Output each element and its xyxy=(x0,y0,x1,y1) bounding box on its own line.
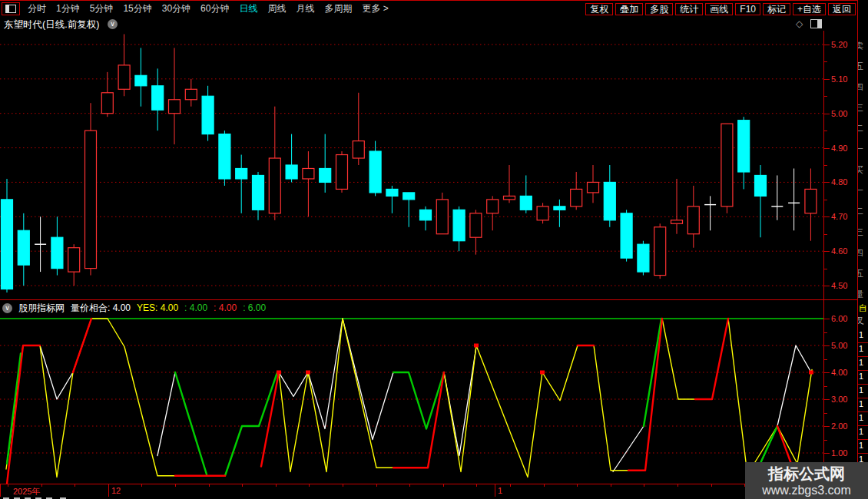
quote-strip-cell[interactable]: 1 xyxy=(858,342,868,357)
axis-tick xyxy=(824,234,827,235)
quote-strip-char: 买 xyxy=(857,164,863,176)
toolbar-buttons: 复权叠加多股统计画线F10标记+自选返回 xyxy=(585,3,856,15)
quote-strip-char: 一 xyxy=(857,144,863,155)
date-tick xyxy=(544,484,545,487)
period-tab-分时[interactable]: 分时 xyxy=(28,2,46,16)
period-tab-15分钟[interactable]: 15分钟 xyxy=(123,2,151,16)
toolbar-button-叠加[interactable]: 叠加 xyxy=(615,3,643,15)
axis-tick xyxy=(824,216,830,217)
quote-strip-cell[interactable]: 1 xyxy=(858,384,868,398)
layout-split-icon[interactable] xyxy=(2,2,20,15)
quote-strip-cell[interactable]: 1 xyxy=(858,370,868,385)
axis-tick xyxy=(824,359,827,360)
period-tab-月线[interactable]: 月线 xyxy=(296,2,314,16)
axis-tick xyxy=(824,61,827,62)
period-tab-多周期[interactable]: 多周期 xyxy=(324,2,352,16)
quote-strip-cell[interactable]: 1 xyxy=(858,439,868,454)
period-tab-日线[interactable]: 日线 xyxy=(239,2,257,16)
diamond-icon[interactable]: ◇ xyxy=(796,18,803,29)
period-tab-60分钟[interactable]: 60分钟 xyxy=(200,2,229,16)
indicator-axis-label: 2.00 xyxy=(831,421,847,431)
axis-tick xyxy=(824,386,827,387)
quote-strip-cell[interactable]: 1 xyxy=(858,411,868,426)
period-tab-1分钟[interactable]: 1分钟 xyxy=(56,2,80,16)
axis-tick xyxy=(824,440,827,441)
toolbar-button-复权[interactable]: 复权 xyxy=(585,3,613,15)
axis-tick xyxy=(824,148,830,149)
period-tab-5分钟[interactable]: 5分钟 xyxy=(90,2,114,16)
period-toolbar: 分时1分钟5分钟15分钟30分钟60分钟日线周线月线多周期更多 > 复权叠加多股… xyxy=(0,0,857,18)
indicator-value-3: : 4.00 xyxy=(214,302,237,313)
toolbar-button-返回[interactable]: 返回 xyxy=(828,3,856,15)
axis-tick xyxy=(824,319,830,319)
toolbar-button-F10[interactable]: F10 xyxy=(735,3,760,15)
axis-tick xyxy=(824,96,827,97)
quote-strip-cell[interactable]: 1 xyxy=(858,329,868,343)
axis-tick xyxy=(824,200,827,200)
axis-tick xyxy=(824,251,830,252)
axis-tick xyxy=(824,399,830,400)
date-tick xyxy=(242,484,243,487)
quote-strip-char: 卖 xyxy=(857,40,863,51)
indicator-value-4: : 6.00 xyxy=(243,302,266,313)
quote-strip-char: 量 xyxy=(857,289,863,300)
indicator-axis-label: 6.00 xyxy=(831,314,847,323)
indicator-axis: 6.005.004.003.002.001.00 xyxy=(824,315,857,484)
quote-strip-cell[interactable]: 1 xyxy=(858,398,868,412)
quote-strip-char: 三 xyxy=(857,226,863,238)
toolbar-button-标记[interactable]: 标记 xyxy=(763,3,790,15)
price-axis-label: 4.90 xyxy=(831,144,847,153)
self-select-tab[interactable]: 自 xyxy=(859,302,867,314)
watermark-url: www.zbgs3.com xyxy=(762,483,851,497)
candlestick-chart[interactable] xyxy=(0,31,823,299)
toolbar-button-画线[interactable]: 画线 xyxy=(705,3,733,15)
quote-strip-char: 五 xyxy=(857,268,863,279)
indicator-chart[interactable] xyxy=(0,315,823,484)
watermark: 指标公式网 www.zbgs3.com xyxy=(745,462,868,499)
quote-strip-char: 三 xyxy=(857,102,863,114)
quote-strip-cell[interactable]: 1 xyxy=(858,356,868,371)
quote-strip-char: 二 xyxy=(857,206,863,217)
quote-strip-char: 五 xyxy=(857,61,863,72)
indicator-value-0: 量价相合: 4.00 xyxy=(71,302,131,315)
toolbar-button-+自选[interactable]: +自选 xyxy=(793,3,826,15)
indicator-header: ∨ 股朋指标网 量价相合: 4.00YES: 4.00: 4.00: 4.00:… xyxy=(0,301,823,315)
period-tab-周线[interactable]: 周线 xyxy=(267,2,286,16)
indicator-value-1: YES: 4.00 xyxy=(137,302,178,313)
quote-strip-char: 四 xyxy=(857,247,863,259)
quote-strip[interactable]: 自 叉 卖五四三二一买一二三四五量1111111111 xyxy=(857,0,868,499)
date-tick xyxy=(309,484,310,487)
period-tab-30分钟[interactable]: 30分钟 xyxy=(162,2,190,16)
axis-tick xyxy=(824,372,830,373)
date-tick xyxy=(376,484,377,487)
month-separator xyxy=(495,484,495,497)
axis-tick xyxy=(824,45,830,45)
chevron-down-icon[interactable]: ∨ xyxy=(2,303,12,313)
price-axis-label: 4.70 xyxy=(831,212,847,221)
watermark-title: 指标公式网 xyxy=(768,464,845,483)
indicator-axis-label: 5.00 xyxy=(831,341,847,350)
date-tick xyxy=(611,484,611,487)
date-tick xyxy=(276,484,277,487)
date-tick xyxy=(644,484,644,487)
toolbar-button-多股[interactable]: 多股 xyxy=(645,3,673,15)
title-bar: 东望时代(日线.前复权) ∨ ◇ xyxy=(0,17,857,31)
month-label: 12 xyxy=(111,486,121,495)
axis-tick xyxy=(824,345,830,346)
date-axis: 2025年 121 xyxy=(0,484,858,497)
date-tick xyxy=(141,484,142,487)
period-tab-更多 >[interactable]: 更多 > xyxy=(362,2,388,16)
date-tick xyxy=(409,484,410,487)
toolbar-button-统计[interactable]: 统计 xyxy=(675,3,703,15)
date-tick xyxy=(41,484,42,487)
date-tick xyxy=(577,484,578,487)
indicator-svg xyxy=(0,315,823,484)
strip-tab[interactable]: 叉 xyxy=(857,316,864,327)
price-axis-label: 5.20 xyxy=(831,40,847,49)
indicator-axis-label: 1.00 xyxy=(831,448,847,458)
panes-icon[interactable] xyxy=(810,19,822,28)
price-axis-label: 4.60 xyxy=(831,246,847,256)
quote-strip-cell[interactable]: 1 xyxy=(858,425,868,440)
chevron-down-icon[interactable]: ∨ xyxy=(108,19,118,29)
date-tick xyxy=(711,484,712,487)
